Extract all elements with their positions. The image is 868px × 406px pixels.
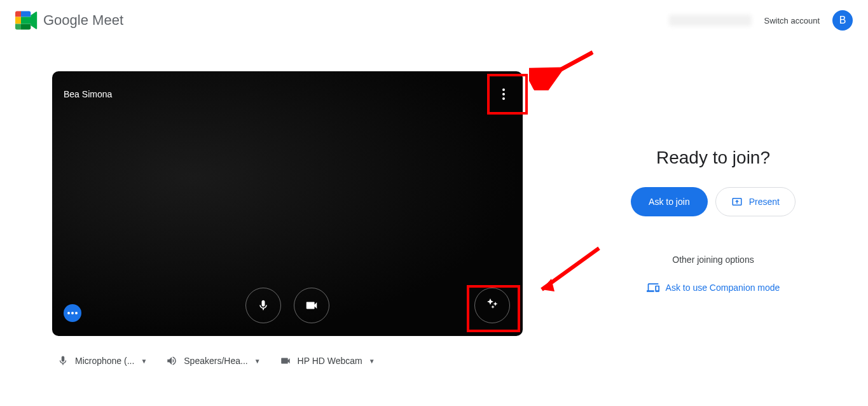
camera-label: HP HD Webcam <box>298 356 362 366</box>
visual-effects-button[interactable] <box>474 288 510 323</box>
microphone-label: Microphone (... <box>75 356 134 366</box>
microphone-selector[interactable]: Microphone (... ▼ <box>57 355 147 367</box>
account-email-blurred <box>669 15 752 26</box>
videocam-icon <box>305 298 319 312</box>
present-button[interactable]: Present <box>715 187 796 216</box>
sparkle-icon <box>485 298 500 313</box>
product-name: Google Meet <box>43 12 123 29</box>
camera-toggle-button[interactable] <box>294 288 329 323</box>
camera-selector[interactable]: HP HD Webcam ▼ <box>280 355 375 367</box>
microphone-icon <box>57 355 69 367</box>
header-left: Google Meet <box>15 11 123 30</box>
devices-icon <box>647 281 659 294</box>
main-content: Bea Simona <box>0 71 868 367</box>
more-options-button[interactable] <box>491 81 516 107</box>
video-preview: Bea Simona <box>52 71 523 336</box>
ask-to-join-button[interactable]: Ask to join <box>631 187 708 216</box>
join-buttons: Ask to join Present <box>631 187 796 216</box>
annotation-arrow-icon <box>529 242 605 299</box>
microphone-toggle-button[interactable] <box>245 288 281 323</box>
header-right: Switch account B <box>669 10 853 31</box>
chevron-down-icon: ▼ <box>141 358 147 365</box>
speaker-label: Speakers/Hea... <box>184 356 247 366</box>
microphone-icon <box>257 299 270 312</box>
chevron-down-icon: ▼ <box>369 358 375 365</box>
device-selectors: Microphone (... ▼ Speakers/Hea... ▼ HP H… <box>52 355 523 367</box>
speaker-icon <box>166 355 177 367</box>
videocam-icon <box>280 355 291 367</box>
switch-account-link[interactable]: Switch account <box>764 16 820 25</box>
present-icon <box>731 196 743 207</box>
companion-mode-link[interactable]: Ask to use Companion mode <box>647 281 780 294</box>
annotation-arrow-icon <box>529 46 599 90</box>
video-controls <box>52 288 523 323</box>
video-section: Bea Simona <box>52 71 523 367</box>
avatar[interactable]: B <box>832 10 853 31</box>
more-vert-icon <box>502 88 505 100</box>
header: Google Meet Switch account B <box>0 0 868 41</box>
ready-to-join-title: Ready to join? <box>656 148 770 168</box>
other-options-label: Other joining options <box>672 255 754 265</box>
meet-logo-icon <box>15 11 38 30</box>
speaker-selector[interactable]: Speakers/Hea... ▼ <box>166 355 260 367</box>
chevron-down-icon: ▼ <box>254 358 261 365</box>
join-panel: Ready to join? Ask to join Present Other… <box>574 71 853 367</box>
present-label: Present <box>749 197 780 207</box>
participant-name: Bea Simona <box>64 89 112 99</box>
companion-link-label: Ask to use Companion mode <box>666 283 780 293</box>
